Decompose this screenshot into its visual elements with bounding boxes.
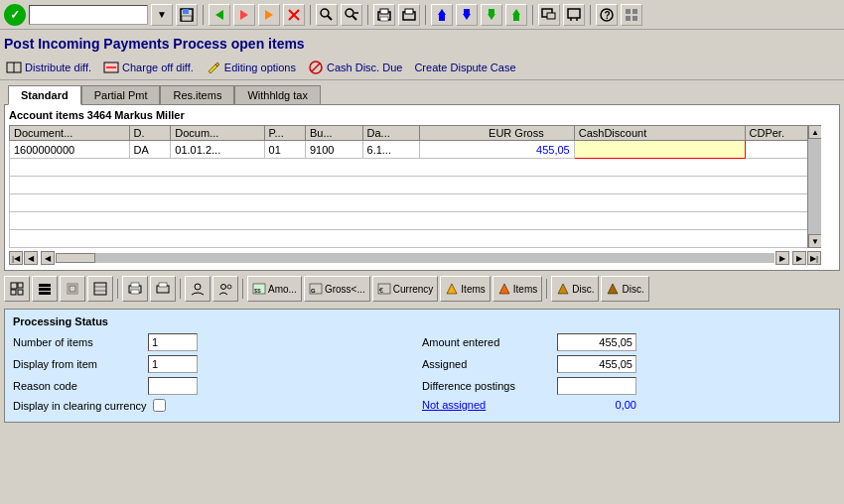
svg-rect-33 — [626, 9, 631, 14]
amount-entered-input[interactable] — [557, 333, 636, 351]
status-left-col: Number of items Display from item Reason… — [13, 333, 422, 416]
not-assigned-link[interactable]: Not assigned — [422, 399, 486, 411]
tab-withhldg-tax[interactable]: Withhldg tax — [234, 85, 321, 105]
not-assigned-value: 0,00 — [557, 399, 636, 411]
print2-btn[interactable] — [398, 4, 420, 26]
act-btn-amo[interactable]: $$ Amo... — [247, 276, 302, 302]
nav-last-btn[interactable]: ▶| — [807, 251, 821, 265]
nav-first-btn[interactable]: |◀ — [9, 251, 23, 265]
svg-rect-1 — [183, 9, 189, 14]
command-input[interactable] — [29, 5, 148, 25]
svg-text:€: € — [379, 287, 383, 294]
h-scroll-track[interactable] — [56, 253, 774, 263]
svg-point-61 — [221, 285, 226, 290]
svg-rect-57 — [131, 290, 139, 294]
empty-row-2 — [10, 177, 821, 194]
save-btn[interactable] — [176, 4, 198, 26]
display-from-input[interactable] — [148, 355, 198, 373]
system-btn[interactable] — [621, 4, 642, 26]
svg-rect-46 — [18, 290, 23, 295]
col-d: D. — [129, 126, 171, 141]
svg-marker-24 — [512, 9, 520, 15]
reason-label: Reason code — [13, 380, 142, 392]
svg-rect-59 — [159, 283, 167, 287]
svg-line-11 — [352, 16, 356, 20]
download2-btn[interactable] — [481, 4, 502, 26]
svg-rect-23 — [489, 9, 494, 15]
scroll-down-btn[interactable]: ▼ — [808, 234, 821, 248]
scroll-left-btn[interactable]: ◀ — [41, 251, 55, 265]
act-btn-6[interactable] — [150, 276, 176, 302]
nav-next-btn[interactable]: ▶ — [792, 251, 806, 265]
act-btn-7[interactable] — [185, 276, 211, 302]
distribute-diff-btn[interactable]: Distribute diff. — [4, 59, 93, 76]
act-btn-gross[interactable]: G Gross<... — [304, 276, 370, 302]
status-row-items: Number of items — [13, 333, 422, 351]
svg-rect-56 — [131, 283, 139, 287]
col-eur-gross: EUR Gross — [420, 126, 575, 141]
charge-off-icon — [103, 60, 119, 75]
status-row-display-from: Display from item — [13, 355, 422, 373]
svg-rect-35 — [626, 16, 631, 21]
svg-text:?: ? — [605, 10, 611, 21]
cell-p: 01 — [264, 141, 305, 159]
act-btn-1[interactable] — [4, 276, 30, 302]
cell-cash-discount[interactable] — [574, 141, 745, 159]
editing-icon — [206, 60, 221, 75]
scroll-right-btn[interactable]: ▶ — [775, 251, 789, 265]
col-bu: Bu... — [305, 126, 362, 141]
status-row-difference: Difference postings — [422, 377, 831, 395]
cash-disc-due-btn[interactable]: Cash Disc. Due — [306, 59, 404, 76]
download-btn[interactable] — [456, 4, 478, 26]
nav-stop-btn[interactable] — [233, 4, 255, 26]
vertical-scrollbar[interactable]: ▲ ▼ — [807, 125, 821, 248]
nav-refresh-btn[interactable] — [258, 4, 280, 26]
act-btn-items1[interactable]: Items — [440, 276, 490, 302]
monitor2-btn[interactable] — [563, 4, 585, 26]
svg-rect-36 — [633, 16, 637, 21]
nav-prev-btn[interactable]: ◀ — [24, 251, 38, 265]
difference-input[interactable] — [557, 377, 636, 395]
act-btn-5[interactable] — [122, 276, 148, 302]
action-toolbar: $$ Amo... G Gross<... € Currency Items I… — [0, 273, 844, 305]
horizontal-scroll-area: |◀ ◀ ◀ ▶ ▶ ▶| — [9, 250, 821, 266]
act-btn-items2[interactable]: Items — [492, 276, 542, 302]
reason-input[interactable] — [148, 377, 198, 395]
find-btn[interactable] — [316, 4, 338, 26]
tab-partial-pmt[interactable]: Partial Pmt — [81, 85, 161, 105]
act-btn-disc1[interactable]: Disc. — [551, 276, 599, 302]
assigned-input[interactable] — [557, 355, 636, 373]
clearing-checkbox[interactable] — [153, 399, 166, 412]
tab-standard[interactable]: Standard — [8, 85, 81, 105]
help-btn[interactable]: ? — [596, 4, 618, 26]
act-btn-4[interactable] — [87, 276, 113, 302]
cell-d: DA — [129, 141, 171, 159]
svg-point-62 — [227, 285, 231, 289]
find-next-btn[interactable] — [341, 4, 362, 26]
upload-btn[interactable] — [431, 4, 453, 26]
charge-off-diff-btn[interactable]: Charge off diff. — [101, 59, 196, 76]
create-dispute-btn[interactable]: Create Dispute Case — [412, 61, 517, 74]
act-btn-8[interactable] — [212, 276, 238, 302]
scroll-up-btn[interactable]: ▲ — [808, 125, 821, 139]
account-table: Document... D. Docum... P... Bu... Da...… — [9, 125, 821, 248]
items-input[interactable] — [148, 333, 198, 351]
print-btn[interactable] — [373, 4, 395, 26]
amount-entered-label: Amount entered — [422, 336, 551, 348]
act-btn-disc2[interactable]: Disc. — [601, 276, 648, 302]
empty-row-1 — [10, 159, 821, 177]
act-btn-3[interactable] — [60, 276, 85, 302]
input-arrow-btn[interactable]: ▼ — [151, 4, 173, 26]
upload2-btn[interactable] — [505, 4, 527, 26]
act-btn-currency[interactable]: € Currency — [372, 276, 439, 302]
editing-options-btn[interactable]: Editing options — [204, 59, 298, 76]
account-panel-title: Account items 3464 Markus Miller — [9, 109, 821, 121]
nav-cancel-btn[interactable] — [283, 4, 305, 26]
monitor-btn[interactable] — [538, 4, 560, 26]
nav-back-btn[interactable] — [209, 4, 230, 26]
act-btn-2[interactable] — [32, 276, 58, 302]
svg-rect-21 — [464, 9, 470, 15]
tab-res-items[interactable]: Res.items — [160, 85, 234, 105]
status-content: Number of items Display from item Reason… — [13, 333, 831, 416]
nav-arrows-right: ▶ ▶| — [792, 251, 821, 265]
